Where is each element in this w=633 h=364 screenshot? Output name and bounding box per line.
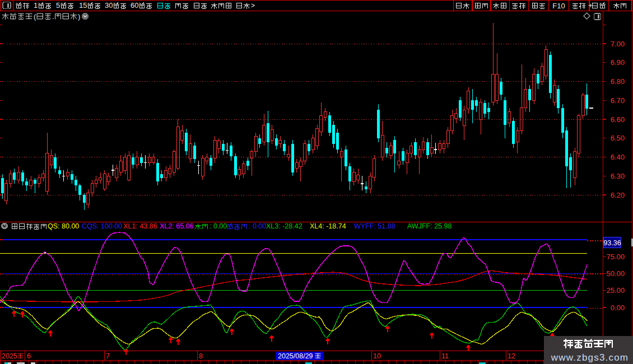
svg-text:XL4: -18.74: XL4: -18.74 (310, 222, 346, 230)
svg-text:>: > (251, 2, 255, 10)
svg-text:6.30: 6.30 (611, 172, 625, 180)
svg-text:6.50: 6.50 (611, 134, 625, 142)
svg-text:6.20: 6.20 (611, 191, 625, 199)
svg-text:15: 15 (79, 1, 87, 10)
svg-text:6: 6 (27, 352, 31, 360)
svg-text:11: 11 (441, 352, 449, 360)
svg-text:6.70: 6.70 (611, 96, 625, 105)
svg-text:12: 12 (508, 352, 515, 360)
svg-text:0.00: 0.00 (611, 304, 625, 312)
svg-text:7.00: 7.00 (611, 40, 625, 48)
svg-text:75.00: 75.00 (606, 253, 625, 261)
svg-text:AWJFF: 25.98: AWJFF: 25.98 (407, 222, 452, 230)
svg-text:30: 30 (105, 1, 113, 10)
svg-text:XL3: -28.42: XL3: -28.42 (266, 222, 302, 230)
svg-text:XL1: 43.86: XL1: 43.86 (123, 222, 157, 230)
svg-text:7: 7 (106, 352, 110, 360)
svg-text:8: 8 (199, 352, 203, 360)
svg-text:2025: 2025 (2, 352, 17, 360)
svg-text:50.00: 50.00 (606, 269, 625, 278)
svg-text:2025/08/29: 2025/08/29 (278, 352, 313, 360)
svg-text:.: . (52, 12, 54, 21)
svg-text:10: 10 (373, 352, 381, 360)
svg-text:25.00: 25.00 (606, 286, 625, 295)
svg-text:(: ( (34, 12, 36, 21)
svg-text:QS: 80.00: QS: 80.00 (48, 222, 79, 230)
svg-text:1: 1 (34, 1, 38, 10)
svg-text:: 0.00: : 0.00 (210, 222, 227, 230)
svg-text:F10: F10 (552, 2, 565, 10)
svg-text:: 0.00: : 0.00 (249, 222, 266, 230)
svg-text:93.36: 93.36 (603, 239, 621, 247)
svg-text:www.zbgs3.com: www.zbgs3.com (551, 352, 629, 363)
svg-text:WYFF: 51.88: WYFF: 51.88 (354, 222, 395, 230)
svg-text:5: 5 (56, 1, 60, 10)
svg-text:60: 60 (131, 1, 138, 10)
svg-text:XL2: 65.06: XL2: 65.06 (160, 222, 194, 230)
svg-text:): ) (78, 12, 80, 21)
svg-text:6.60: 6.60 (611, 115, 625, 124)
svg-text:6.90: 6.90 (611, 58, 625, 67)
svg-text:+: + (588, 1, 593, 10)
svg-text:6.80: 6.80 (611, 77, 625, 86)
svg-text:6.40: 6.40 (611, 153, 625, 161)
svg-text:CQS: 100.00: CQS: 100.00 (82, 222, 122, 230)
